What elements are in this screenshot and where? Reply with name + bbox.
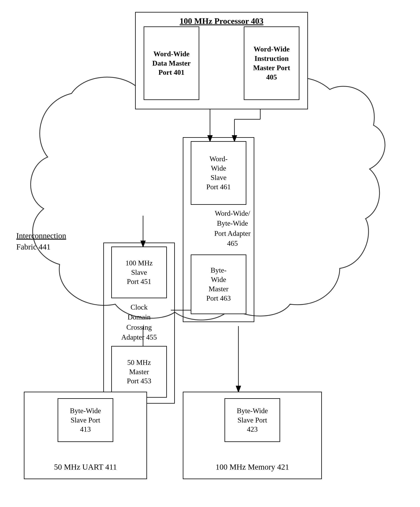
- data-master-port-box: Word-Wide Data Master Port 401: [144, 27, 199, 100]
- interconnection-text: Interconnection: [16, 231, 66, 240]
- memory-slave-port-label: Byte-Wide Slave Port 423: [237, 406, 268, 434]
- interconnection-fabric-label: Interconnection Fabric 441: [16, 230, 116, 253]
- clock-domain-outer-box: [103, 243, 175, 404]
- uart-label: 50 MHz UART 411: [54, 461, 117, 473]
- memory-outer-box: Byte-Wide Slave Port 423 100 MHz Memory …: [183, 392, 322, 479]
- fabric-text: Fabric 441: [16, 242, 50, 251]
- data-master-port-label: Word-Wide Data Master Port 401: [152, 49, 191, 77]
- adapter-465-outer-box: [183, 137, 254, 322]
- uart-slave-port-box: Byte-Wide Slave Port 413: [58, 398, 113, 442]
- memory-label: 100 MHz Memory 421: [216, 461, 289, 473]
- uart-outer-box: Byte-Wide Slave Port 413 50 MHz UART 411: [24, 392, 147, 479]
- diagram-container: 100 MHz Processor 403 Word-Wide Data Mas…: [0, 0, 420, 507]
- processor-label: 100 MHz Processor 403: [179, 15, 263, 27]
- processor-outer-box: 100 MHz Processor 403 Word-Wide Data Mas…: [135, 12, 308, 109]
- uart-slave-port-label: Byte-Wide Slave Port 413: [70, 406, 101, 434]
- instruction-master-port-label: Word-Wide Instruction Master Port 405: [253, 44, 290, 82]
- instruction-master-port-box: Word-Wide Instruction Master Port 405: [244, 27, 299, 100]
- memory-slave-port-box: Byte-Wide Slave Port 423: [225, 398, 280, 442]
